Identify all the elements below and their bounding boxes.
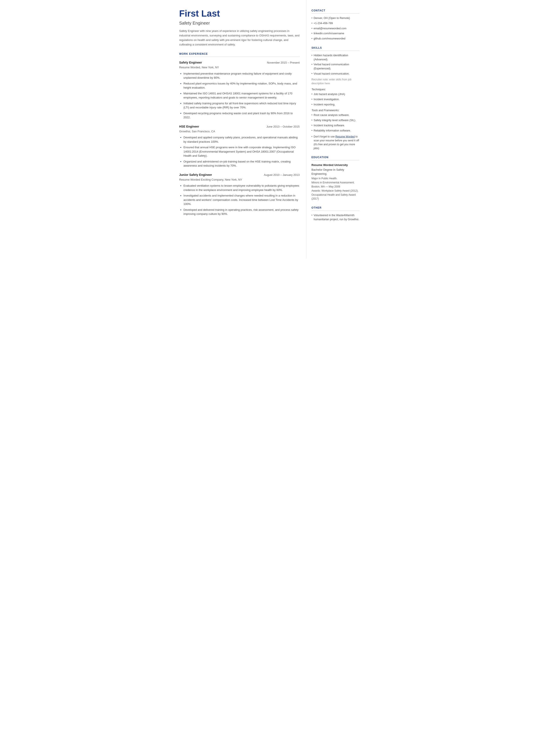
edu-major: Major in Public Health. [312,177,359,181]
job-bullets-1: Implemented preventive maintenance progr… [179,71,300,120]
edu-school: Resume Worded University [312,163,359,167]
other-heading: OTHER [312,206,359,211]
contact-heading: CONTACT [312,9,359,14]
job-company-3: Resume Worded Exciting Company, New York… [179,178,300,182]
edu-award-1: Awards: Workplace Safety Award (2012). [312,189,359,193]
left-column: First Last Safety Engineer Safety Engine… [171,0,306,259]
job-bullets-2: Developed and applied company safety pla… [179,135,300,168]
edu-degree: Bachelor Degree in Safety Engineering. [312,168,359,176]
recruiter-note: Recruiter note: enter skills from job de… [312,78,359,85]
list-item: Organized and administered on-job traini… [183,159,300,168]
list-item: Evaluated ventilation systems to lessen … [183,183,300,192]
candidate-title: Safety Engineer [179,20,300,26]
list-item: +1-234-456-789 [312,21,359,25]
job-company-1: Resume Worded, New York, NY [179,65,300,70]
skills-section: SKILLS Hidden hazards identification (Ad… [312,46,359,151]
list-item: github.com/resumeworded [312,37,359,41]
list-item: Initiated safety training programs for a… [183,101,300,110]
tool-item-3: Incident tracking software. [312,124,359,127]
job-header-2: HSE Engineer June 2013 – October 2015 [179,124,300,129]
skill-item-3: Visual hazard communication. [312,72,359,76]
job-header-1: Safety Engineer November 2015 – Present [179,60,300,65]
list-item: Investigated accidents and implemented c… [183,193,300,206]
education-heading: EDUCATION [312,155,359,160]
job-title-2: HSE Engineer [179,124,199,129]
job-block-3: Junior Safety Engineer August 2010 – Jan… [179,173,300,216]
list-item: email@resumeworded.com [312,26,359,31]
list-item: Developed and delivered training in oper… [183,208,300,216]
technique-item-2: Incident investigation. [312,98,359,101]
tool-item-4: Reliability information software. [312,129,359,133]
edu-location-date: Boston, MA — May 2009 [312,185,359,188]
education-section: EDUCATION Resume Worded University Bache… [312,155,359,201]
technique-item-1: Job hazard analysis (JHA) [312,92,359,96]
tools-label: Tools and Frameworks: [312,108,359,113]
list-item: Implemented preventive maintenance progr… [183,71,300,80]
job-title-3: Junior Safety Engineer [179,173,212,177]
right-column: CONTACT Denver, OH (Open to Remote) +1-2… [306,0,365,259]
list-item: Denver, OH (Open to Remote) [312,16,359,20]
contact-section: CONTACT Denver, OH (Open to Remote) +1-2… [312,9,359,41]
list-item: Reduced plant ergonomics issues by 40% b… [183,81,300,90]
work-experience-heading: WORK EXPERIENCE [179,52,300,57]
skills-heading: SKILLS [312,46,359,51]
job-block-2: HSE Engineer June 2013 – October 2015 Gr… [179,124,300,168]
job-dates-2: June 2013 – October 2015 [267,125,300,129]
job-block-1: Safety Engineer November 2015 – Present … [179,60,300,120]
contact-list: Denver, OH (Open to Remote) +1-234-456-7… [312,16,359,41]
edu-award-2: Occupational Health and Safety Award (20… [312,193,359,201]
skill-item-1: Hidden hazards identification (Advanced)… [312,53,359,62]
candidate-summary: Safety Engineer with nine years of exper… [179,29,300,47]
tool-item-1: Root cause analysis software. [312,113,359,117]
other-item-1: Volunteered in the Waste4Warmth humanita… [312,213,359,222]
job-company-2: Growthsi, San Francisco, CA [179,129,300,134]
edu-minors: Minors in Environmental Assessment. [312,181,359,184]
job-bullets-3: Evaluated ventilation systems to lessen … [179,183,300,216]
list-item: Developed recycling programs reducing wa… [183,111,300,120]
candidate-name: First Last [179,9,300,18]
technique-item-3: Incident reporting. [312,102,359,107]
job-header-3: Junior Safety Engineer August 2010 – Jan… [179,173,300,177]
job-title-1: Safety Engineer [179,60,202,65]
list-item: linkedin.com/in/username [312,32,359,36]
tool-item-2: Safety integrity level software (SIL). [312,118,359,123]
techniques-label: Techniques: [312,88,359,92]
rescan-note: Don't forget to use Resume Worded to sca… [312,135,359,150]
skill-item-2: Verbal hazard communication (Experienced… [312,63,359,71]
other-section: OTHER Volunteered in the Waste4Warmth hu… [312,206,359,222]
list-item: Ensured that annual HSE programs were in… [183,145,300,158]
list-item: Developed and applied company safety pla… [183,135,300,144]
rescan-link[interactable]: Resume Worded [335,135,355,138]
job-dates-3: August 2010 – January 2013 [264,173,299,177]
rescan-text-before: Don't forget to use [314,135,335,138]
list-item: Maintained the ISO 14001 and OHSAS 18001… [183,91,300,100]
job-dates-1: November 2015 – Present [267,61,300,65]
